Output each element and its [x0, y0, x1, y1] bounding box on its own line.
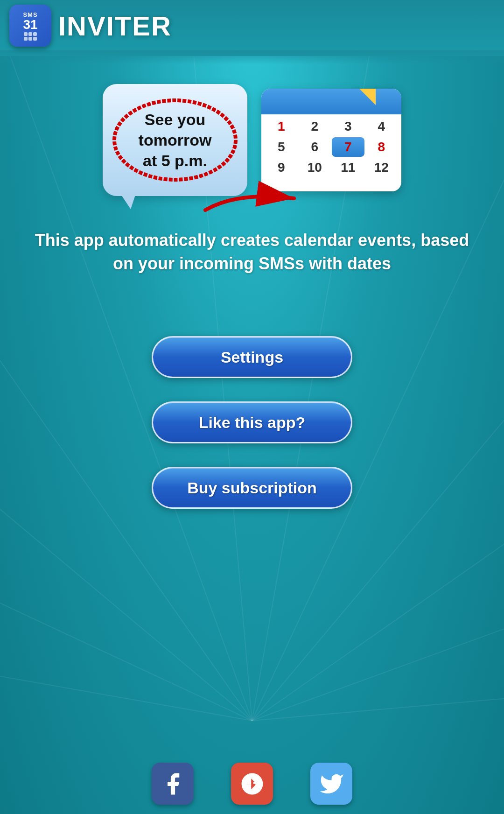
cal-day-6: 6	[299, 137, 331, 157]
cal-day-5: 5	[265, 137, 298, 157]
buy-subscription-button[interactable]: Buy subscription	[152, 467, 352, 509]
google-plus-logo	[239, 771, 265, 797]
cal-day-12: 12	[365, 158, 398, 177]
red-arrow-svg	[201, 182, 303, 219]
twitter-icon[interactable]	[310, 763, 352, 805]
facebook-logo	[160, 771, 186, 797]
cal-day-7: 7	[332, 137, 364, 157]
grid-dot	[24, 37, 28, 41]
like-button[interactable]: Like this app?	[152, 401, 352, 443]
cal-day-11: 11	[332, 158, 364, 177]
cal-day-4: 4	[365, 117, 398, 136]
description-text: This app automatically creates calendar …	[28, 229, 476, 276]
description-section: This app automatically creates calendar …	[28, 229, 476, 276]
social-bar	[0, 763, 504, 805]
cal-day-8: 8	[365, 137, 398, 157]
grid-dot	[28, 32, 32, 36]
cal-day-2: 2	[299, 117, 331, 136]
google-plus-icon[interactable]	[231, 763, 273, 805]
grid-dot	[24, 32, 28, 36]
app-title: INVITER	[58, 10, 172, 42]
cal-day-10: 10	[299, 158, 331, 177]
grid-dot	[28, 37, 32, 41]
cal-day-1: 1	[265, 117, 298, 136]
icon-grid	[24, 32, 37, 41]
settings-button[interactable]: Settings	[152, 336, 352, 378]
grid-dot	[33, 37, 37, 41]
app-icon: SMS 31	[9, 5, 51, 47]
calendar-header	[261, 89, 401, 114]
icon-number: 31	[23, 18, 37, 31]
cal-day-3: 3	[332, 117, 364, 136]
red-circle-svg	[103, 84, 247, 196]
grid-dot	[33, 32, 37, 36]
twitter-logo	[319, 771, 344, 797]
sms-bubble: See youtomorrowat 5 p.m.	[103, 84, 247, 196]
hero-section: See youtomorrowat 5 p.m. 1 2 3	[0, 61, 504, 219]
svg-point-0	[114, 100, 236, 180]
calendar-body: 1 2 3 4 5 6 7 8 9 10 11 12	[261, 114, 401, 180]
calendar-grid: 1 2 3 4 5 6 7 8 9 10 11 12	[265, 117, 398, 177]
buttons-section: Settings Like this app? Buy subscription	[0, 336, 504, 509]
calendar: 1 2 3 4 5 6 7 8 9 10 11 12	[261, 89, 401, 191]
cal-day-9: 9	[265, 158, 298, 177]
header: SMS 31 INVITER	[0, 0, 504, 51]
facebook-icon[interactable]	[152, 763, 194, 805]
